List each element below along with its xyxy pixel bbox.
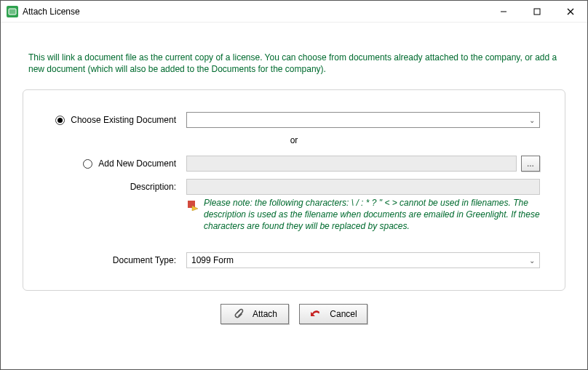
radio-icon: [83, 159, 92, 169]
add-new-label: Add New Document: [98, 158, 176, 169]
filename-note: Please note: the following characters: \…: [204, 198, 540, 232]
or-label: or: [48, 135, 540, 145]
attach-label: Attach: [253, 309, 277, 319]
svg-rect-1: [9, 9, 16, 15]
attach-license-dialog: Attach License This will link a document…: [0, 0, 588, 370]
dialog-content: This will link a document file as the cu…: [1, 23, 587, 369]
undo-arrow-icon: [309, 308, 321, 320]
chevron-down-icon: ⌄: [529, 116, 535, 124]
intro-text: This will link a document file as the cu…: [28, 52, 560, 75]
app-icon: [7, 6, 18, 17]
document-type-label: Document Type:: [113, 255, 176, 265]
titlebar: Attach License: [1, 1, 587, 23]
maximize-button[interactable]: [520, 1, 554, 23]
cancel-button[interactable]: Cancel: [299, 304, 368, 324]
form-panel: Choose Existing Document ⌄ or Add New Do…: [23, 89, 565, 291]
close-button[interactable]: [554, 1, 587, 23]
existing-document-select[interactable]: ⌄: [186, 112, 540, 128]
radio-icon: [55, 116, 65, 125]
description-label: Description:: [130, 182, 176, 192]
document-type-value: 1099 Form: [191, 255, 234, 265]
minimize-button[interactable]: [487, 1, 520, 23]
add-new-radio[interactable]: Add New Document: [48, 158, 176, 169]
description-input[interactable]: [186, 179, 540, 195]
browse-label: ...: [527, 158, 534, 169]
paperclip-icon: [232, 308, 244, 320]
cancel-label: Cancel: [330, 309, 357, 319]
new-document-path-input[interactable]: [186, 156, 517, 172]
attach-button[interactable]: Attach: [220, 304, 289, 324]
browse-button[interactable]: ...: [521, 156, 540, 172]
document-type-select[interactable]: 1099 Form ⌄: [186, 252, 540, 268]
warning-icon: [186, 199, 198, 211]
choose-existing-label: Choose Existing Document: [71, 115, 176, 125]
choose-existing-radio[interactable]: Choose Existing Document: [48, 115, 176, 125]
svg-rect-4: [534, 9, 540, 15]
button-bar: Attach Cancel: [23, 304, 565, 324]
window-title: Attach License: [23, 7, 80, 17]
chevron-down-icon: ⌄: [529, 257, 535, 265]
